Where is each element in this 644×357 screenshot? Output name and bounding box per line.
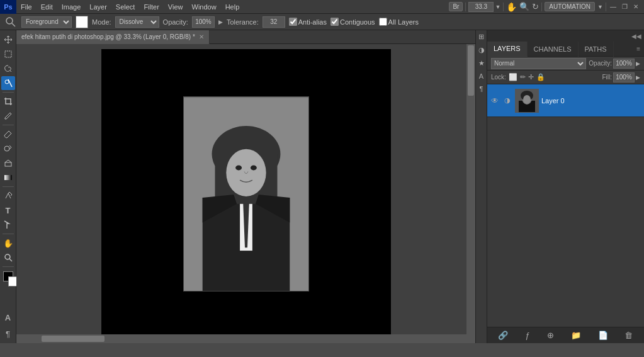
- menu-file[interactable]: File: [16, 0, 37, 13]
- contiguous-label: Contiguous: [340, 18, 375, 26]
- canvas-tab[interactable]: efek hitam putih di photoshop.jpg @ 33.3…: [16, 30, 210, 44]
- layer-row[interactable]: 👁 ◑ Layer 0: [487, 84, 644, 117]
- all-layers-option[interactable]: All Layers: [379, 18, 419, 26]
- active-tool-icon: [4, 15, 18, 29]
- menu-edit[interactable]: Edit: [37, 0, 57, 13]
- lock-image-icon[interactable]: ✏: [520, 73, 526, 81]
- zoom-input[interactable]: [468, 2, 494, 12]
- svg-point-20: [250, 165, 256, 170]
- vertical-scrollbar[interactable]: [466, 44, 475, 343]
- paragraph-tool[interactable]: ¶: [1, 327, 15, 341]
- layer-visibility-toggle[interactable]: 👁: [490, 96, 500, 106]
- path-select-tool[interactable]: [1, 218, 15, 232]
- photo-svg: [184, 97, 308, 292]
- lock-transparent-icon[interactable]: ⬜: [509, 73, 517, 81]
- svg-line-4: [8, 79, 12, 87]
- hand-tool[interactable]: ✋: [1, 236, 15, 250]
- text-panel-icon[interactable]: A: [479, 72, 483, 80]
- tolerance-label: Tolerance:: [227, 18, 259, 26]
- color-swatch[interactable]: [76, 16, 88, 28]
- tab-channels[interactable]: CHANNELS: [528, 42, 579, 57]
- menu-filter[interactable]: Filter: [139, 0, 163, 13]
- canvas-scroll-area[interactable]: [16, 44, 475, 343]
- pen-tool[interactable]: [1, 189, 15, 203]
- crop-tool[interactable]: [1, 94, 15, 108]
- contiguous-checkbox[interactable]: [330, 18, 339, 26]
- opacity-input[interactable]: [613, 59, 635, 69]
- add-style-btn[interactable]: ƒ: [523, 331, 532, 340]
- lasso-tool[interactable]: [1, 62, 15, 76]
- close-button[interactable]: ✕: [631, 3, 640, 11]
- menu-select[interactable]: Select: [111, 0, 140, 13]
- brush-tool[interactable]: [1, 127, 15, 141]
- svg-point-19: [235, 165, 242, 170]
- anti-alias-option[interactable]: Anti-alias: [289, 18, 327, 26]
- horizontal-scrollbar[interactable]: [16, 334, 475, 343]
- menu-image[interactable]: Image: [57, 0, 86, 13]
- lock-all-icon[interactable]: 🔒: [536, 73, 545, 81]
- hand-tool-icon[interactable]: ✋: [506, 2, 517, 12]
- opacity-label: Opacity:: [589, 60, 612, 67]
- lock-position-icon[interactable]: ✛: [528, 73, 534, 81]
- foreground-select[interactable]: Foreground: [21, 16, 72, 28]
- menu-view[interactable]: View: [164, 0, 188, 13]
- menu-layer[interactable]: Layer: [85, 0, 111, 13]
- tab-layers[interactable]: LAYERS: [487, 42, 528, 57]
- delete-layer-btn[interactable]: 🗑: [622, 331, 635, 340]
- fill-input[interactable]: [613, 72, 635, 82]
- layers-lock-row: Lock: ⬜ ✏ ✛ 🔒 Fill: ▶: [487, 71, 644, 84]
- layer-thumbnail: [515, 89, 539, 113]
- automation-button[interactable]: AUTOMATION: [545, 2, 595, 11]
- adjustments-icon[interactable]: ◑: [478, 46, 485, 54]
- tab-paths[interactable]: PATHS: [579, 42, 614, 57]
- move-tool[interactable]: [1, 33, 15, 47]
- link-layers-btn[interactable]: 🔗: [495, 331, 511, 340]
- automation-arrow: ▼: [597, 4, 603, 10]
- bottom-tools: A ¶: [0, 310, 16, 343]
- mode-select[interactable]: Dissolve: [115, 16, 159, 28]
- tolerance-input[interactable]: [263, 16, 285, 28]
- eyedropper-tool[interactable]: [1, 109, 15, 123]
- gradient-tool[interactable]: [1, 171, 15, 184]
- menu-help[interactable]: Help: [221, 0, 244, 13]
- layers-icon[interactable]: ⊞: [478, 33, 484, 41]
- paragraph-panel-icon[interactable]: ¶: [480, 85, 483, 93]
- contiguous-option[interactable]: Contiguous: [330, 18, 375, 26]
- eraser-tool[interactable]: [1, 156, 15, 170]
- new-group-btn[interactable]: 📁: [568, 331, 584, 340]
- menu-window[interactable]: Window: [188, 0, 221, 13]
- rotate-icon[interactable]: ↻: [532, 2, 539, 11]
- text-type-tool[interactable]: A: [1, 310, 15, 324]
- layer-effects-icon[interactable]: ◑: [502, 96, 512, 106]
- opacity-input[interactable]: [192, 16, 215, 28]
- fill-label: Fill:: [602, 74, 612, 81]
- magic-wand-tool[interactable]: [1, 76, 15, 90]
- svg-rect-8: [4, 175, 12, 180]
- styles-icon[interactable]: ★: [478, 59, 485, 67]
- opacity-arrow[interactable]: ▶: [218, 19, 223, 25]
- all-layers-checkbox[interactable]: [379, 18, 387, 26]
- svg-line-10: [9, 259, 12, 261]
- panel-collapse-left[interactable]: ◀◀: [631, 33, 641, 40]
- mode-label: Mode:: [92, 18, 111, 26]
- blend-mode-select[interactable]: Normal: [491, 58, 586, 69]
- restore-button[interactable]: ❐: [620, 3, 629, 11]
- clone-stamp-tool[interactable]: [1, 142, 15, 156]
- text-tool[interactable]: T: [1, 203, 15, 217]
- new-layer-btn[interactable]: 📄: [596, 331, 611, 340]
- zoom-arrow[interactable]: ▼: [495, 4, 500, 10]
- marquee-tool[interactable]: [1, 47, 15, 61]
- anti-alias-checkbox[interactable]: [289, 18, 297, 26]
- layers-actions: 🔗 ƒ ⊕ 📁 📄 🗑: [487, 327, 644, 343]
- minimize-button[interactable]: —: [609, 3, 618, 11]
- panel-options-btn[interactable]: ≡: [633, 42, 644, 56]
- bridge-button[interactable]: Br: [449, 2, 463, 11]
- svg-line-1: [12, 23, 15, 26]
- canvas-content: [101, 49, 391, 339]
- zoom-tool[interactable]: [1, 251, 15, 264]
- opacity-arrow[interactable]: ▶: [636, 60, 640, 67]
- fill-arrow[interactable]: ▶: [636, 74, 640, 81]
- zoom-tool-icon[interactable]: 🔍: [519, 2, 529, 11]
- canvas-tab-close[interactable]: ✕: [199, 33, 204, 40]
- add-mask-btn[interactable]: ⊕: [545, 331, 556, 340]
